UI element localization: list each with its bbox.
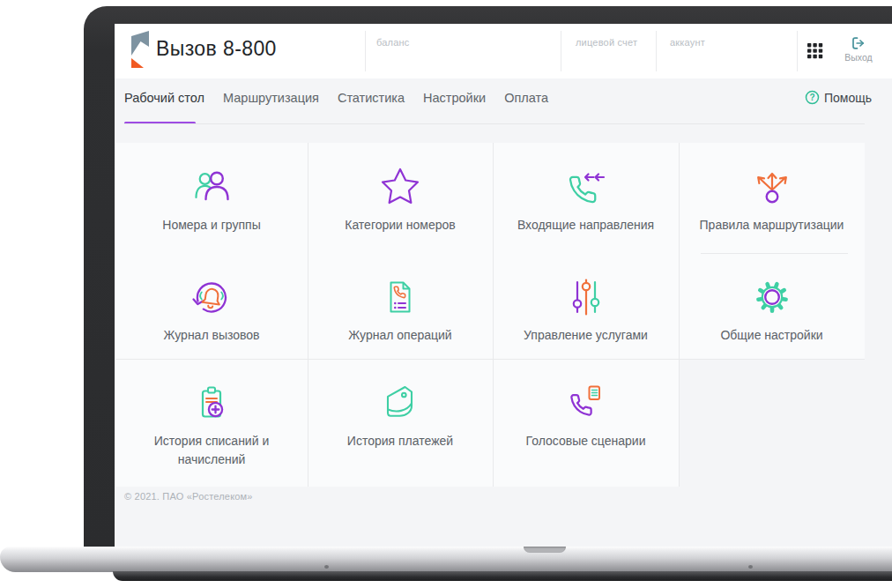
- tab-routing[interactable]: Маршрутизация: [223, 91, 319, 105]
- rostelecom-logo-icon: [129, 29, 152, 71]
- tabbar-divider: [124, 123, 865, 124]
- grid-divider: [493, 143, 494, 487]
- card-incoming-directions[interactable]: Входящие направления: [493, 143, 679, 253]
- nav-tabbar: Рабочий стол Маршрутизация Статистика На…: [115, 78, 892, 124]
- account-field-label: аккаунт: [670, 37, 705, 48]
- header-divider: [561, 31, 561, 71]
- routing-arrows-icon: [751, 166, 793, 208]
- svg-text:?: ?: [809, 93, 814, 102]
- help-question-icon: ?: [805, 90, 820, 105]
- card-charges-history[interactable]: История списаний и начислений: [115, 359, 308, 487]
- gear-icon: [751, 276, 793, 318]
- card-voice-scenarios[interactable]: Голосовые сценарии: [493, 359, 679, 487]
- people-group-icon: [190, 166, 233, 208]
- clipboard-plus-icon: [190, 382, 233, 424]
- empty-grid-area: [680, 360, 865, 487]
- logout-button[interactable]: Выход: [837, 35, 880, 63]
- sliders-icon: [565, 276, 607, 318]
- laptop-base: [0, 547, 892, 572]
- star-icon: [379, 166, 421, 208]
- tab-settings[interactable]: Настройки: [423, 91, 486, 105]
- header-divider: [656, 31, 657, 71]
- laptop-base-edge: [113, 571, 892, 581]
- laptop-lid-notch: [524, 547, 566, 553]
- card-numbers-and-groups[interactable]: Номера и группы: [115, 143, 308, 253]
- balance-field-label: баланс: [376, 37, 409, 48]
- wallet-icon: [379, 382, 421, 424]
- incoming-call-icon: [565, 166, 607, 208]
- laptop-foot-dot: [324, 565, 329, 569]
- card-operations-log[interactable]: Журнал операций: [308, 253, 493, 359]
- header-divider: [797, 31, 798, 71]
- card-routing-rules[interactable]: Правила маршрутизации: [679, 143, 865, 253]
- app-title: Вызов 8-800: [156, 37, 277, 61]
- card-service-management[interactable]: Управление услугами: [493, 253, 679, 359]
- help-link[interactable]: ? Помощь: [805, 90, 872, 105]
- copyright-text: © 2021. ПАО «Ростелеком»: [124, 491, 253, 502]
- page-body: Рабочий стол Маршрутизация Статистика На…: [115, 78, 892, 547]
- app-header: Вызов 8-800 баланс лицевой счет аккаунт: [115, 24, 892, 79]
- tab-payment[interactable]: Оплата: [504, 91, 548, 105]
- logout-label: Выход: [837, 52, 880, 63]
- tab-statistics[interactable]: Статистика: [338, 91, 405, 105]
- app-screen: Вызов 8-800 баланс лицевой счет аккаунт: [115, 24, 892, 547]
- apps-grid-icon[interactable]: [807, 43, 823, 59]
- header-divider: [365, 31, 366, 71]
- logout-icon: [851, 35, 866, 51]
- laptop-foot-dot: [748, 565, 753, 569]
- grid-divider: [701, 253, 848, 254]
- tab-dashboard[interactable]: Рабочий стол: [124, 91, 204, 105]
- card-number-categories[interactable]: Категории номеров: [308, 143, 493, 253]
- card-payments-history[interactable]: История платежей: [308, 359, 493, 487]
- dashboard-grid: Номера и группы Категории номеров: [115, 143, 865, 487]
- voice-scenario-icon: [565, 382, 607, 424]
- call-log-icon: [190, 276, 233, 318]
- card-general-settings[interactable]: Общие настройки: [679, 253, 865, 359]
- operations-log-icon: [379, 276, 421, 318]
- grid-divider: [308, 143, 308, 487]
- account-number-field-label: лицевой счет: [576, 37, 637, 48]
- card-call-log[interactable]: Журнал вызовов: [115, 253, 308, 359]
- help-label: Помощь: [824, 91, 872, 105]
